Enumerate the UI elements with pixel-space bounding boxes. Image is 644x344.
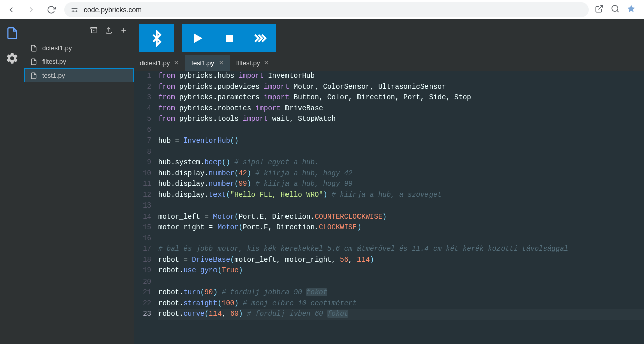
line-number: 3 [134,92,158,103]
file-item[interactable]: dctest1.py [24,41,134,55]
code-line[interactable]: 14motor_left = Motor(Port.E, Direction.C… [134,212,644,223]
line-number: 7 [134,135,158,147]
file-item[interactable]: flltest.py [24,55,134,68]
code-line[interactable]: 19robot.use_gyro(True) [134,265,644,277]
code-line[interactable]: 3from pybricks.parameters import Button,… [134,92,644,103]
svg-marker-15 [194,34,202,43]
line-number: 6 [134,125,158,136]
code-line[interactable]: 1from pybricks.hubs import InventorHub [134,71,644,82]
code-line[interactable]: 7hub = InventorHub() [134,135,644,147]
toolbar-right [595,4,640,15]
code-line[interactable]: 5from pybricks.tools import wait, StopWa… [134,114,644,125]
code-line[interactable]: 17# bal és jobb motor, kis kék kerekekke… [134,244,644,255]
repl-button[interactable] [245,24,276,52]
line-number: 21 [134,287,158,298]
activity-explorer[interactable] [3,24,21,42]
code-line[interactable]: 8 [134,147,644,158]
file-icon [30,58,37,65]
code-line[interactable]: 16 [134,233,644,244]
code-line[interactable]: 22robot.straight(100) # menj előre 10 ce… [134,298,644,309]
file-list: dctest1.pyflltest.pytest1.py [24,41,134,82]
editor-tab[interactable]: test1.py✕ [185,55,230,71]
control-bar [134,19,644,55]
app: dctest1.pyflltest.pytest1.py dctest1.py✕… [0,19,644,344]
tab-label: test1.py [191,59,214,67]
file-item[interactable]: test1.py [24,68,134,82]
editor-tab[interactable]: flltest.py✕ [230,55,276,71]
code-line[interactable]: 21robot.turn(90) # fordulj jobbra 90 fok… [134,287,644,298]
code-content: from pybricks.hubs import InventorHub [158,71,644,82]
file-name: test1.py [42,72,65,79]
editor-tabs: dctest1.py✕test1.py✕flltest.py✕ [134,55,644,71]
line-number: 5 [134,114,158,125]
line-number: 19 [134,265,158,277]
new-file-icon[interactable] [120,26,128,36]
code-content: motor_right = Motor(Port.F, Direction.CL… [158,222,644,233]
line-number: 23 [134,309,158,320]
browser-toolbar: code.pybricks.com [0,0,644,19]
code-line[interactable]: 2from pybricks.pupdevices import Motor, … [134,82,644,93]
line-number: 20 [134,277,158,288]
run-button[interactable] [182,24,213,52]
code-line[interactable]: 11hub.display.number(99) # kiírja a hub,… [134,179,644,190]
svg-marker-9 [628,5,635,12]
svg-line-8 [617,10,618,12]
code-line[interactable]: 13 [134,200,644,212]
code-line[interactable]: 12hub.display.text("Hello FLL, Hello WRO… [134,190,644,201]
export-icon[interactable] [105,26,113,36]
main-area: dctest1.py✕test1.py✕flltest.py✕ 1from py… [134,19,644,344]
line-number: 2 [134,82,158,93]
svg-rect-10 [91,28,97,29]
line-number: 14 [134,212,158,223]
line-number: 16 [134,233,158,244]
code-content: robot.curve(114, 60) # fordulj ívben 60 … [158,309,644,320]
code-content: robot.straight(100) # menj előre 10 cent… [158,298,644,309]
code-content [158,277,644,288]
url-bar[interactable]: code.pybricks.com [64,2,589,17]
code-line[interactable]: 20 [134,277,644,288]
file-sidebar: dctest1.pyflltest.pytest1.py [24,19,134,344]
line-number: 18 [134,255,158,266]
code-content: hub.display.text("Hello FLL, Hello WRO")… [158,190,644,201]
line-number: 11 [134,179,158,190]
svg-line-6 [599,5,603,9]
code-line[interactable]: 10hub.display.number(42) # kiírja a hub,… [134,168,644,179]
code-editor[interactable]: 1from pybricks.hubs import InventorHub2f… [134,71,644,344]
code-line[interactable]: 9hub.system.beep() # sípol egyet a hub. [134,157,644,168]
site-settings-icon[interactable] [70,6,79,14]
code-content [158,125,644,136]
code-content: from pybricks.tools import wait, StopWat… [158,114,644,125]
code-line[interactable]: 23robot.curve(114, 60) # fordulj ívben 6… [134,309,644,320]
stop-button[interactable] [213,24,245,52]
file-name: dctest1.py [42,44,72,52]
nav-forward-button[interactable] [24,3,38,17]
bookmark-star-icon[interactable] [627,4,636,15]
code-content: hub = InventorHub() [158,135,644,147]
url-text: code.pybricks.com [84,6,583,14]
nav-back-button[interactable] [4,3,18,17]
code-content: robot.use_gyro(True) [158,265,644,277]
archive-icon[interactable] [90,26,98,36]
svg-rect-16 [226,35,233,42]
run-button-group [182,24,276,52]
activity-settings[interactable] [3,49,21,67]
bluetooth-button[interactable] [139,24,174,52]
nav-reload-button[interactable] [44,3,58,17]
svg-point-7 [612,5,618,11]
line-number: 1 [134,71,158,82]
code-line[interactable]: 6 [134,125,644,136]
code-content: # bal és jobb motor, kis kék kerekekkel … [158,244,644,255]
line-number: 15 [134,222,158,233]
code-line[interactable]: 15motor_right = Motor(Port.F, Direction.… [134,222,644,233]
file-icon [30,45,37,52]
tab-close-icon[interactable]: ✕ [219,59,224,66]
tab-close-icon[interactable]: ✕ [174,59,179,66]
code-content: motor_left = Motor(Port.E, Direction.COU… [158,212,644,223]
zoom-icon[interactable] [611,4,620,15]
open-external-icon[interactable] [595,4,604,15]
file-name: flltest.py [42,58,66,65]
tab-close-icon[interactable]: ✕ [264,59,269,66]
code-line[interactable]: 18robot = DriveBase(motor_left, motor_ri… [134,255,644,266]
code-line[interactable]: 4from pybricks.robotics import DriveBase [134,103,644,114]
editor-tab[interactable]: dctest1.py✕ [134,55,185,71]
